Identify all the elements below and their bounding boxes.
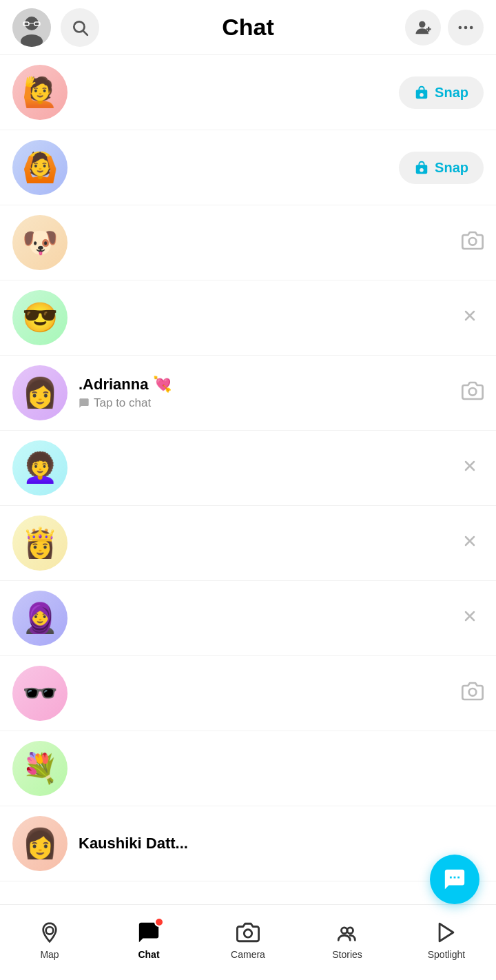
add-friend-button[interactable] bbox=[405, 10, 441, 45]
nav-item-camera[interactable]: Camera bbox=[198, 919, 298, 960]
chat-avatar-7: 👸 bbox=[12, 515, 68, 571]
bitmoji-8: 🧕 bbox=[22, 604, 58, 633]
nav-label-chat: Chat bbox=[138, 949, 159, 960]
chat-action-8 bbox=[456, 608, 484, 629]
chat-icon bbox=[135, 919, 163, 946]
chat-action-5 bbox=[462, 380, 484, 407]
chat-avatar-2: 🙆 bbox=[12, 140, 68, 195]
chat-item-8[interactable]: 🧕 bbox=[0, 581, 496, 656]
header-left bbox=[12, 8, 99, 47]
camera-icon-9 bbox=[462, 686, 484, 706]
chat-action-6 bbox=[456, 458, 484, 478]
chat-avatar-1: 🙋 bbox=[12, 65, 68, 120]
header: Chat bbox=[0, 0, 496, 55]
svg-point-22 bbox=[46, 927, 54, 935]
chat-name-11: Kaushiki Datt... bbox=[79, 835, 484, 853]
nav-label-spotlight: Spotlight bbox=[428, 949, 465, 960]
chat-avatar-8: 🧕 bbox=[12, 591, 68, 646]
compose-fab[interactable] bbox=[430, 855, 479, 904]
bitmoji-11: 👩 bbox=[22, 829, 58, 858]
chat-item-6[interactable]: 👩‍🦱 bbox=[0, 431, 496, 506]
nav-label-camera: Camera bbox=[231, 949, 265, 960]
snap-button-1[interactable]: Snap bbox=[399, 76, 484, 109]
snap-button-2[interactable]: Snap bbox=[399, 152, 484, 184]
nav-label-map: Map bbox=[40, 949, 59, 960]
stories-icon bbox=[333, 919, 361, 946]
svg-point-8 bbox=[459, 25, 462, 29]
chat-avatar-3: 🐶 bbox=[12, 215, 68, 270]
svg-point-21 bbox=[469, 688, 477, 696]
bottom-navigation: Map Chat Camera Stories bbox=[0, 904, 496, 980]
chat-item-7[interactable]: 👸 bbox=[0, 506, 496, 581]
nav-item-stories[interactable]: Stories bbox=[298, 919, 397, 960]
svg-point-25 bbox=[347, 927, 353, 933]
chat-action-2: Snap bbox=[399, 152, 484, 184]
svg-point-11 bbox=[469, 238, 477, 245]
camera-icon bbox=[234, 919, 262, 946]
chat-item-5[interactable]: 👩.Adrianna 💘 Tap to chat bbox=[0, 356, 496, 431]
bitmoji-9: 🕶️ bbox=[22, 679, 58, 708]
chat-avatar-11: 👩 bbox=[12, 816, 68, 871]
svg-point-9 bbox=[464, 25, 468, 29]
chat-avatar-4: 😎 bbox=[12, 290, 68, 345]
camera-icon-5 bbox=[462, 385, 484, 406]
svg-point-10 bbox=[470, 25, 473, 29]
svg-line-7 bbox=[83, 30, 87, 34]
chat-avatar-9: 🕶️ bbox=[12, 666, 68, 721]
camera-icon-3 bbox=[462, 235, 484, 256]
chat-avatar-10: 💐 bbox=[12, 741, 68, 796]
chat-info-11: Kaushiki Datt... bbox=[68, 835, 484, 853]
bitmoji-10: 💐 bbox=[22, 754, 58, 783]
nav-item-map[interactable]: Map bbox=[0, 919, 99, 960]
close-icon-8[interactable] bbox=[456, 604, 484, 633]
chat-list: 🙋 Snap🙆 Snap🐶😎👩.Adrianna 💘 Tap to chat👩‍… bbox=[0, 55, 496, 881]
bitmoji-3: 🐶 bbox=[22, 228, 58, 257]
spotlight-icon bbox=[433, 919, 460, 946]
chat-name-5: .Adrianna 💘 bbox=[79, 376, 462, 394]
chat-action-1: Snap bbox=[399, 76, 484, 109]
bitmoji-5: 👩 bbox=[22, 378, 58, 407]
chat-item-2[interactable]: 🙆 Snap bbox=[0, 130, 496, 205]
more-options-button[interactable] bbox=[448, 10, 484, 45]
user-avatar[interactable] bbox=[12, 8, 51, 47]
header-right bbox=[405, 10, 484, 45]
bitmoji-1: 🙋 bbox=[22, 78, 58, 107]
svg-marker-26 bbox=[440, 923, 453, 941]
bitmoji-4: 😎 bbox=[22, 303, 58, 332]
nav-label-stories: Stories bbox=[332, 949, 362, 960]
search-button[interactable] bbox=[61, 8, 99, 47]
svg-point-14 bbox=[469, 388, 477, 396]
chat-info-5: .Adrianna 💘 Tap to chat bbox=[68, 376, 462, 410]
close-icon-6[interactable] bbox=[456, 453, 484, 483]
chat-item-10[interactable]: 💐 bbox=[0, 731, 496, 806]
chat-item-11[interactable]: 👩Kaushiki Datt... bbox=[0, 806, 496, 881]
close-icon-7[interactable] bbox=[456, 529, 484, 558]
chat-action-7 bbox=[456, 533, 484, 553]
bitmoji-7: 👸 bbox=[22, 529, 58, 558]
bitmoji-2: 🙆 bbox=[22, 153, 58, 182]
close-icon-4[interactable] bbox=[456, 303, 484, 333]
chat-avatar-6: 👩‍🦱 bbox=[12, 440, 68, 496]
chat-action-3 bbox=[462, 229, 484, 256]
bitmoji-6: 👩‍🦱 bbox=[22, 453, 58, 482]
map-icon bbox=[36, 919, 63, 946]
nav-item-spotlight[interactable]: Spotlight bbox=[397, 919, 496, 960]
nav-item-chat[interactable]: Chat bbox=[99, 919, 198, 960]
page-title: Chat bbox=[222, 14, 274, 41]
chat-item-3[interactable]: 🐶 bbox=[0, 205, 496, 280]
chat-item-4[interactable]: 😎 bbox=[0, 280, 496, 356]
chat-action-4 bbox=[456, 307, 484, 328]
chat-item-1[interactable]: 🙋 Snap bbox=[0, 55, 496, 130]
svg-point-23 bbox=[244, 929, 251, 937]
chat-sub-5: Tap to chat bbox=[79, 396, 462, 410]
chat-badge bbox=[154, 917, 164, 927]
chat-action-9 bbox=[462, 680, 484, 707]
chat-item-9[interactable]: 🕶️ bbox=[0, 656, 496, 731]
chat-avatar-5: 👩 bbox=[12, 365, 68, 420]
